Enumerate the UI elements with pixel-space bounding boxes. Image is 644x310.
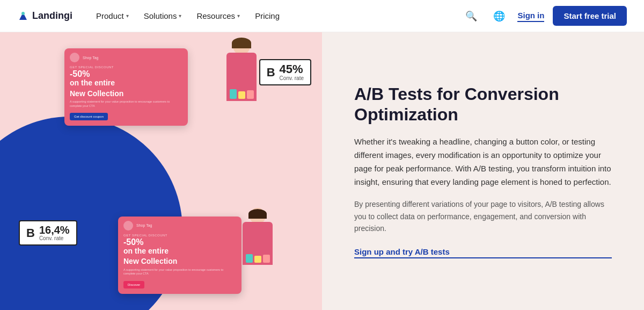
nav-links: Product ▾ Solutions ▾ Resources ▾ Pricin… [90, 7, 462, 25]
logo-icon [17, 10, 29, 22]
search-icon: 🔍 [465, 10, 477, 22]
card-collection-line2-b: New Collection [118, 257, 241, 268]
b-letter-top: B [267, 66, 275, 80]
card-shop-tag-b: Shop Tag [136, 224, 152, 227]
feature-desc-secondary: By presenting different variations of yo… [354, 198, 612, 234]
card-dot-b [123, 221, 133, 230]
logo-text: Landingi [32, 10, 72, 21]
card-variant-a-top: Shop Tag Get Special Discount -50% on th… [64, 48, 188, 126]
card-shop-tag: Shop Tag [83, 56, 98, 60]
card-cta-button-a[interactable]: Get discount coupon [70, 113, 108, 120]
start-trial-button[interactable]: Start free trial [553, 6, 627, 26]
b-stats-top: 45% Conv. rate [280, 63, 304, 81]
chevron-down-icon: ▾ [126, 13, 129, 19]
b-conv-bottom: Conv. rate [39, 235, 70, 241]
chevron-down-icon: ▾ [237, 13, 240, 19]
nav-item-solutions[interactable]: Solutions ▾ [137, 7, 188, 25]
search-button[interactable]: 🔍 [462, 6, 481, 26]
nav-item-resources[interactable]: Resources ▾ [190, 7, 246, 25]
b-percent-bottom: 16,4% [39, 225, 70, 235]
sign-in-button[interactable]: Sign in [517, 10, 544, 22]
card-collection-line1: on the entire [64, 79, 188, 89]
b-badge-bottom: B 16,4% Conv. rate [19, 220, 77, 246]
svg-point-1 [21, 12, 25, 15]
main-content: Shop Tag Get Special Discount -50% on th… [0, 32, 644, 310]
card-collection-line1-b: on the entire [118, 247, 241, 257]
language-button[interactable]: 🌐 [489, 6, 509, 26]
card-desc: A supporting statement for your value pr… [64, 100, 188, 110]
feature-title: A/B Tests for Conversion Optimization [354, 84, 612, 125]
b-badge-top: B 45% Conv. rate [259, 59, 311, 85]
navbar: Landingi Product ▾ Solutions ▾ Resources… [0, 0, 644, 32]
card-dot [70, 53, 79, 62]
person-image-a [220, 38, 263, 134]
nav-item-pricing[interactable]: Pricing [248, 7, 286, 25]
card-discount: -50% [64, 69, 188, 79]
nav-right: 🔍 🌐 Sign in Start free trial [462, 6, 627, 26]
feature-desc-primary: Whether it's tweaking a headline, changi… [354, 135, 612, 189]
person-image-b [236, 208, 279, 294]
b-stats-bottom: 16,4% Conv. rate [39, 225, 70, 241]
card-desc-b: A supporting statement for your value pr… [118, 268, 241, 278]
b-conv-top: Conv. rate [280, 75, 304, 81]
chevron-down-icon: ▾ [179, 13, 181, 19]
card-cta-button-b[interactable]: Discover [123, 281, 144, 289]
b-letter-bottom: B [26, 226, 35, 240]
card-variant-b-bottom: Shop Tag Get Special Discount -50% on th… [118, 217, 241, 294]
right-text-panel: A/B Tests for Conversion Optimization Wh… [322, 32, 644, 310]
card-collection-line2: New Collection [64, 90, 188, 100]
b-percent-top: 45% [280, 63, 304, 75]
logo[interactable]: Landingi [17, 10, 72, 22]
globe-icon: 🌐 [493, 10, 505, 22]
card-discount-b: -50% [118, 237, 241, 247]
illustration-panel: Shop Tag Get Special Discount -50% on th… [0, 32, 322, 310]
nav-item-product[interactable]: Product ▾ [90, 7, 135, 25]
cta-link[interactable]: Sign up and try A/B tests [354, 247, 612, 258]
